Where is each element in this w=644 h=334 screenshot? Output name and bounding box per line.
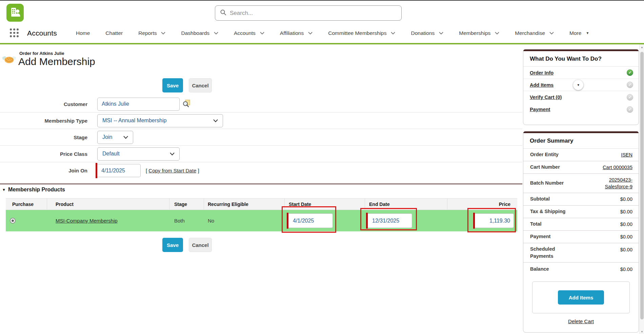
membership-type-select[interactable]: MSI -- Annual Membership [97, 114, 223, 127]
join-on-row: Join On [ Copy from Start Date ] [0, 162, 522, 179]
col-purchase: Purchase [6, 199, 47, 210]
search-input[interactable] [230, 10, 397, 17]
col-start-date: Start Date [285, 199, 365, 210]
start-date-input[interactable] [286, 213, 333, 228]
step-complete-icon: ✓ [627, 69, 633, 76]
product-link[interactable]: MSI-Company Membership [56, 218, 118, 224]
chevron-down-icon [260, 32, 264, 35]
nav-tabs: Home Chatter Reports Dashboards Accounts… [76, 30, 589, 36]
summary-row-tax-shipping: Tax & Shipping $0.00 [523, 206, 639, 218]
add-items-dropdown-icon[interactable]: ▼ [573, 80, 583, 90]
tab-reports[interactable]: Reports [138, 30, 165, 36]
order-entity-link[interactable]: ISEN [621, 151, 632, 158]
step-incomplete-icon: ✓ [627, 94, 633, 101]
copy-from-start-date-link[interactable]: Copy from Start Date [148, 168, 196, 173]
col-price: Price [447, 199, 517, 210]
record-context: Order for Atkins Julie [19, 51, 64, 56]
start-date-cell [286, 213, 333, 228]
tab-home[interactable]: Home [76, 30, 90, 36]
page-scrollbar[interactable]: ▲ ▼ [639, 44, 644, 334]
table-header-row: Purchase Product Stage Recurring Eligibl… [6, 198, 517, 210]
join-on-date-input[interactable] [97, 164, 141, 177]
summary-row-scheduled-payments: Scheduled Payments $0.00 [523, 243, 639, 263]
tab-committee-memberships[interactable]: Committee Memberships [328, 30, 395, 36]
chevron-down-icon [439, 32, 443, 35]
cancel-button-top[interactable]: Cancel [189, 78, 212, 92]
global-search [215, 5, 402, 21]
chevron-down-icon [495, 32, 499, 35]
summary-row-order-entity: Order Entity ISEN [523, 149, 639, 161]
cart-number-link[interactable]: Cart 0000035 [603, 164, 632, 171]
todo-panel: What Do You Want To Do? Order Info ✓ Add… [523, 49, 639, 125]
step-payment: Payment ✓ [523, 103, 639, 116]
tab-affiliations[interactable]: Affiliations [280, 30, 313, 36]
price-input[interactable] [473, 213, 514, 228]
verify-cart-link[interactable]: Verify Cart (0) [530, 95, 562, 100]
scrollbar-thumb[interactable] [640, 52, 644, 319]
delete-cart-link[interactable]: Delete Cart [568, 318, 594, 324]
todo-panel-title: What Do You Want To Do? [523, 51, 639, 67]
tab-chatter[interactable]: Chatter [105, 30, 123, 36]
membership-type-row: Membership Type MSI -- Annual Membership [0, 112, 522, 129]
recurring-eligible-cell: No [208, 218, 214, 224]
tab-dashboards[interactable]: Dashboards [181, 30, 218, 36]
summary-row-total: Total $0.00 [523, 218, 639, 231]
more-dropdown-icon: ▼ [586, 31, 589, 35]
payment-link[interactable]: Payment [530, 107, 550, 112]
stage-row: Stage Join [0, 129, 522, 146]
tab-accounts[interactable]: Accounts [234, 30, 264, 36]
tab-merchandise[interactable]: Merchandise [515, 30, 554, 36]
stage-select[interactable]: Join [97, 131, 133, 144]
scrollbar-up-arrow[interactable]: ▲ [640, 46, 644, 49]
order-summary-title: Order Summary [523, 133, 639, 149]
collapse-triangle-icon[interactable]: ▼ [2, 188, 6, 192]
org-logo[interactable] [6, 4, 24, 22]
order-summary-panel: Order Summary Order Entity ISEN Cart Num… [523, 131, 639, 333]
page-title: Add Membership [18, 56, 95, 67]
copy-from-start-date: [ Copy from Start Date ] [146, 168, 199, 173]
save-button-bottom[interactable]: Save [162, 238, 183, 252]
chevron-down-icon [391, 32, 395, 35]
customer-input[interactable] [97, 98, 180, 111]
lookup-magnifier-icon[interactable] [182, 99, 190, 109]
tab-donations[interactable]: Donations [411, 30, 443, 36]
chevron-down-icon [123, 136, 128, 139]
app-navigation-bar: Accounts Home Chatter Reports Dashboards… [0, 23, 644, 44]
step-incomplete-icon: ✓ [627, 106, 633, 113]
step-verify-cart: Verify Cart (0) ✓ [523, 91, 639, 103]
price-class-row: Price Class Default [0, 146, 522, 162]
app-name: Accounts [27, 29, 57, 37]
chevron-down-icon [170, 152, 175, 155]
tab-more[interactable]: More ▼ [569, 30, 589, 36]
handshake-icon [2, 54, 16, 66]
end-date-input[interactable] [366, 213, 412, 228]
membership-type-label: Membership Type [0, 118, 87, 124]
chevron-down-icon [213, 119, 218, 122]
step-incomplete-icon: ✓ [627, 82, 633, 88]
join-on-label: Join On [0, 168, 87, 173]
col-product: Product [47, 199, 169, 210]
batch-number-link[interactable]: 20250423-Salesforce-9 [588, 176, 632, 190]
add-items-button[interactable]: Add Items [558, 290, 604, 305]
chevron-down-icon [549, 32, 554, 35]
add-items-link[interactable]: Add Items [530, 82, 554, 88]
col-recurring-eligible: Recurring Eligible [204, 199, 285, 210]
add-items-box: Add Items [532, 281, 630, 313]
summary-row-balance: Balance $0.00 [523, 263, 639, 276]
app-launcher-waffle-icon[interactable] [10, 28, 19, 38]
cancel-button-bottom[interactable]: Cancel [189, 238, 212, 252]
purchase-radio[interactable] [10, 218, 16, 224]
scrollbar-down-arrow[interactable]: ▼ [640, 330, 644, 333]
summary-row-subtotal: Subtotal $0.00 [523, 193, 639, 206]
summary-row-batch-number: Batch Number 20250423-Salesforce-9 [523, 174, 639, 193]
chevron-down-icon [214, 32, 218, 35]
tab-memberships[interactable]: Memberships [459, 30, 499, 36]
price-class-select[interactable]: Default [97, 147, 180, 161]
price-class-label: Price Class [0, 151, 87, 157]
save-button-top[interactable]: Save [162, 78, 183, 92]
col-stage: Stage [169, 199, 204, 210]
col-end-date: End Date [365, 199, 447, 210]
order-info-link[interactable]: Order Info [530, 70, 554, 76]
chevron-down-icon [308, 32, 313, 35]
end-date-cell [366, 213, 412, 228]
